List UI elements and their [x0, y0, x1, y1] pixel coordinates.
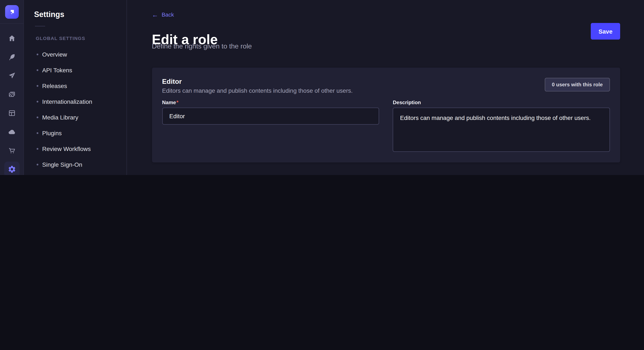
cart-icon[interactable]	[4, 143, 20, 158]
divider	[0, 23, 24, 24]
role-details-card: Editor Editors can manage and publish co…	[152, 68, 620, 163]
cloud-icon[interactable]	[4, 124, 20, 140]
sidebar-item-plugins[interactable]: Plugins	[24, 128, 126, 138]
sidebar-item-overview[interactable]: Overview	[24, 49, 126, 59]
name-input[interactable]	[162, 108, 379, 125]
feather-icon[interactable]	[4, 49, 20, 65]
back-arrow-icon: ←	[152, 11, 158, 18]
back-label: Back	[162, 11, 174, 18]
users-with-role-badge[interactable]: 0 users with this role	[544, 78, 610, 91]
sidebar-item-single-sign-on[interactable]: Single Sign-On	[24, 160, 126, 170]
sidebar-item-media-library[interactable]: Media Library	[24, 112, 126, 123]
gear-icon[interactable]	[4, 162, 20, 175]
back-link[interactable]: ← Back	[152, 11, 174, 18]
required-mark: *	[176, 100, 178, 105]
save-button[interactable]: Save	[591, 23, 620, 39]
description-field-group: Description Editors can manage and publi…	[393, 98, 610, 152]
name-field-group: Name*	[162, 98, 379, 152]
strapi-logo[interactable]	[5, 5, 18, 19]
description-label: Description	[393, 100, 421, 105]
nav-icon-list	[4, 31, 20, 175]
description-textarea[interactable]: Editors can manage and publish contents …	[393, 108, 610, 152]
role-card-heading: Editor Editors can manage and publish co…	[162, 78, 353, 94]
main-nav-bar: KD	[0, 0, 24, 175]
layout-icon[interactable]	[4, 105, 20, 121]
sidebar-item-releases[interactable]: Releases	[24, 81, 126, 91]
role-subtitle: Editors can manage and publish contents …	[162, 87, 353, 94]
main-content: ← Back Edit a role Define the rights giv…	[127, 0, 644, 175]
name-label: Name*	[162, 100, 178, 105]
sidebar-item-internationalization[interactable]: Internationalization	[24, 97, 126, 107]
settings-subnav: Settings GLOBAL SETTINGS Overview API To…	[24, 0, 127, 175]
paper-plane-icon[interactable]	[4, 68, 20, 83]
divider	[35, 26, 45, 26]
home-icon[interactable]	[4, 31, 20, 46]
images-icon[interactable]	[4, 87, 20, 102]
page-subtitle: Define the rights given to the role	[152, 42, 252, 50]
strapi-logo-icon	[8, 8, 16, 16]
section-global-settings: GLOBAL SETTINGS Overview API Tokens Rele…	[24, 36, 126, 175]
subnav-title: Settings	[34, 10, 116, 19]
app-window: KD Settings GLOBAL SETTINGS Overview API…	[0, 0, 644, 175]
role-title: Editor	[162, 78, 353, 85]
sidebar-item-review-workflows[interactable]: Review Workflows	[24, 144, 126, 154]
section-label: GLOBAL SETTINGS	[36, 36, 116, 41]
sidebar-item-api-tokens[interactable]: API Tokens	[24, 65, 126, 75]
